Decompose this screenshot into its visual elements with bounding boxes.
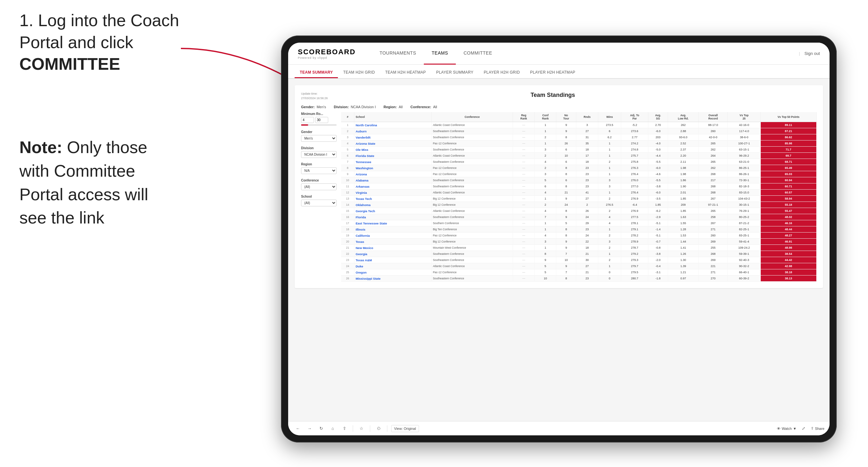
- table-cell: 279.3: [621, 257, 648, 263]
- division-select[interactable]: NCAA Division I: [301, 151, 337, 158]
- sub-nav-team-summary[interactable]: TEAM SUMMARY: [294, 70, 338, 78]
- table-cell: 2: [598, 232, 621, 239]
- th-conference: Conference: [431, 112, 513, 122]
- school-select[interactable]: (All): [301, 199, 337, 206]
- gender-label: Gender:: [301, 105, 315, 109]
- division-filter-label: Division: [301, 146, 337, 150]
- conference-filter-display: Conference: All: [410, 105, 437, 109]
- logo-area: SCOREBOARD Powered by clippd: [298, 48, 356, 59]
- table-cell: 1: [598, 153, 621, 159]
- table-cell: —: [513, 190, 535, 196]
- table-cell: 8: [556, 165, 576, 171]
- table-cell: 4: [535, 208, 556, 214]
- table-cell: 104-43-2: [728, 196, 761, 202]
- table-cell: 18: [341, 226, 354, 232]
- toolbar-refresh-btn[interactable]: ↻: [317, 424, 326, 433]
- table-row: 13Texas TechBig 12 Conference—19272276.9…: [341, 196, 817, 202]
- table-cell: 23: [576, 276, 598, 282]
- table-cell: Big 12 Conference: [431, 239, 513, 245]
- table-cell: 3: [535, 171, 556, 177]
- view-original-btn[interactable]: View: Original: [391, 425, 419, 432]
- table-cell: -6.0: [648, 190, 668, 196]
- gender-filter: Gender Men's: [301, 130, 337, 142]
- table-cell: —: [513, 208, 535, 214]
- table-row: 17East Tennessee StateSouthern Conferenc…: [341, 220, 817, 226]
- table-cell: Southeastern Conference: [431, 257, 513, 263]
- table-cell: 21: [556, 190, 576, 196]
- table-cell: 260: [699, 232, 727, 239]
- min-rounds-slider[interactable]: [301, 124, 337, 126]
- gender-value: Men's: [317, 105, 326, 109]
- gender-select[interactable]: Men's: [301, 135, 337, 142]
- table-cell: 82-18-3: [728, 183, 761, 190]
- table-cell: 267: [699, 196, 727, 202]
- table-cell: 2.11: [668, 159, 699, 165]
- sub-nav-player-summary[interactable]: PLAYER SUMMARY: [431, 70, 478, 78]
- table-cell: -6.0: [648, 128, 668, 134]
- min-rounds-input1[interactable]: [301, 117, 314, 123]
- sub-nav-player-h2h-grid[interactable]: PLAYER H2H GRID: [478, 70, 525, 78]
- watch-btn[interactable]: 👁 Watch ▼: [777, 427, 797, 431]
- table-cell: —: [513, 128, 535, 134]
- table-row: 11ArkansasSoutheastern Conference—682332…: [341, 183, 817, 190]
- toolbar-home-btn[interactable]: ⌂: [328, 424, 337, 433]
- nav-teams[interactable]: TEAMS: [424, 43, 456, 65]
- toolbar-share-icon-btn[interactable]: ⇧: [340, 424, 349, 433]
- table-cell: 276.5: [598, 202, 621, 208]
- table-cell: 1.63: [668, 214, 699, 220]
- table-cell: 273.6: [621, 128, 648, 134]
- content-body: Minimum Ro... Gender: [301, 112, 817, 282]
- table-cell: 274.8: [621, 147, 648, 153]
- panel-title: Team Standings: [328, 92, 778, 98]
- division-filter: Division NCAA Division I: [301, 146, 337, 158]
- nav-committee[interactable]: COMMITTEE: [456, 43, 500, 65]
- share-btn[interactable]: ⇧ Share: [811, 426, 825, 431]
- sign-out-link[interactable]: Sign out: [799, 51, 820, 56]
- sub-nav-player-h2h-heatmap[interactable]: PLAYER H2H HEATMAP: [525, 70, 581, 78]
- toolbar-forward-btn[interactable]: →: [305, 424, 314, 433]
- table-cell: 3: [535, 239, 556, 245]
- table-cell: 17: [341, 220, 354, 226]
- table-cell: 5: [556, 220, 576, 226]
- table-cell: 26: [341, 276, 354, 282]
- table-cell: 0.97: [668, 276, 699, 282]
- table-cell: 275.7: [621, 153, 648, 159]
- table-cell: Florida State: [354, 153, 432, 159]
- table-cell: 109-24.2: [728, 245, 761, 251]
- region-select[interactable]: N/A: [301, 167, 337, 174]
- table-cell: 264: [699, 153, 727, 159]
- table-cell: —: [513, 147, 535, 153]
- table-cell: Southeastern Conference: [431, 276, 513, 282]
- table-cell: Arizona: [354, 171, 432, 177]
- fullscreen-btn[interactable]: ⤢: [799, 424, 808, 433]
- min-rounds-input2[interactable]: [315, 117, 328, 123]
- sub-nav-team-h2h-grid[interactable]: TEAM H2H GRID: [338, 70, 380, 78]
- table-cell: 2.70: [648, 122, 668, 128]
- table-cell: 66-40-1: [728, 269, 761, 276]
- nav-links: TOURNAMENTS TEAMS COMMITTEE: [372, 43, 799, 65]
- table-row: 26Mississippi StateSoutheastern Conferen…: [341, 276, 817, 282]
- table-cell: 25: [341, 269, 354, 276]
- toolbar-bookmark-btn[interactable]: ☆: [357, 424, 366, 433]
- table-cell: 265: [699, 208, 727, 214]
- step-number: 1.: [20, 11, 33, 30]
- table-row: 18IllinoisBig Ten Conference—18231279.1-…: [341, 226, 817, 232]
- table-cell: 42-16-0: [728, 122, 761, 128]
- sub-nav-team-h2h-heatmap[interactable]: TEAM H2H HEATMAP: [380, 70, 431, 78]
- table-cell: 48.02: [761, 214, 816, 220]
- table-cell: -3.1: [648, 269, 668, 276]
- toolbar-back-btn[interactable]: ←: [293, 424, 302, 433]
- table-cell: 9: [556, 196, 576, 202]
- toolbar-clock-btn[interactable]: ⏲: [374, 424, 383, 433]
- table-cell: 258: [699, 214, 727, 220]
- gender-filter-display: Gender: Men's: [301, 105, 326, 109]
- table-cell: 277.5: [621, 214, 648, 220]
- nav-tournaments[interactable]: TOURNAMENTS: [372, 43, 424, 65]
- table-cell: Southeastern Conference: [431, 251, 513, 257]
- conference-select[interactable]: (All): [301, 183, 337, 190]
- table-cell: 1.90: [668, 183, 699, 190]
- filters-sidebar: Minimum Ro... Gender: [301, 112, 337, 282]
- table-cell: -5.1: [648, 220, 668, 226]
- table-cell: 4: [535, 232, 556, 239]
- table-cell: North Carolina: [354, 122, 432, 128]
